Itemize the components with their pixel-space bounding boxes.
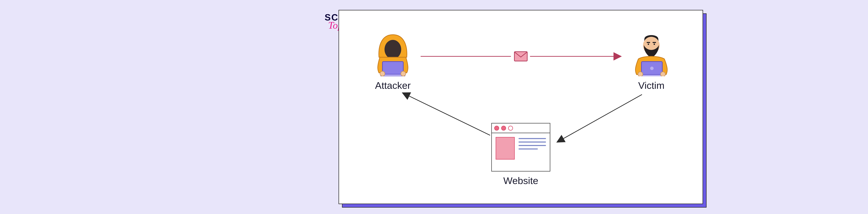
arrow-attacker-to-mail <box>421 55 511 59</box>
svg-point-11 <box>650 67 654 70</box>
arrow-victim-to-website <box>554 93 645 145</box>
victim-icon <box>628 30 675 76</box>
svg-point-13 <box>638 72 643 76</box>
svg-point-0 <box>384 40 401 59</box>
diagram-card: Attacker <box>339 10 703 204</box>
mail-icon <box>514 51 528 62</box>
website-label: Website <box>503 175 538 186</box>
svg-point-6 <box>648 43 649 45</box>
svg-point-14 <box>660 72 665 76</box>
attacker-label: Attacker <box>375 80 410 91</box>
browser-header <box>492 123 550 133</box>
website-entity: Website <box>491 123 550 186</box>
browser-thumbnail-icon <box>496 137 515 159</box>
victim-entity: Victim <box>628 30 675 91</box>
svg-rect-9 <box>653 42 656 43</box>
arrow-mail-to-victim <box>530 55 624 59</box>
browser-window-icon <box>491 123 550 172</box>
browser-text-lines <box>519 137 546 167</box>
arrow-website-to-attacker <box>400 90 494 139</box>
svg-rect-1 <box>382 62 403 75</box>
victim-label: Victim <box>638 80 664 91</box>
svg-point-4 <box>401 71 406 76</box>
svg-line-18 <box>402 93 490 135</box>
browser-body <box>492 133 550 171</box>
svg-point-3 <box>380 71 385 76</box>
browser-dot-icon <box>501 126 506 131</box>
svg-point-7 <box>654 43 655 45</box>
browser-dot-icon <box>494 126 499 131</box>
svg-rect-8 <box>647 42 650 43</box>
attacker-icon <box>370 31 415 76</box>
svg-line-19 <box>557 95 642 142</box>
attacker-entity: Attacker <box>370 31 415 91</box>
browser-dot-icon <box>508 126 513 131</box>
